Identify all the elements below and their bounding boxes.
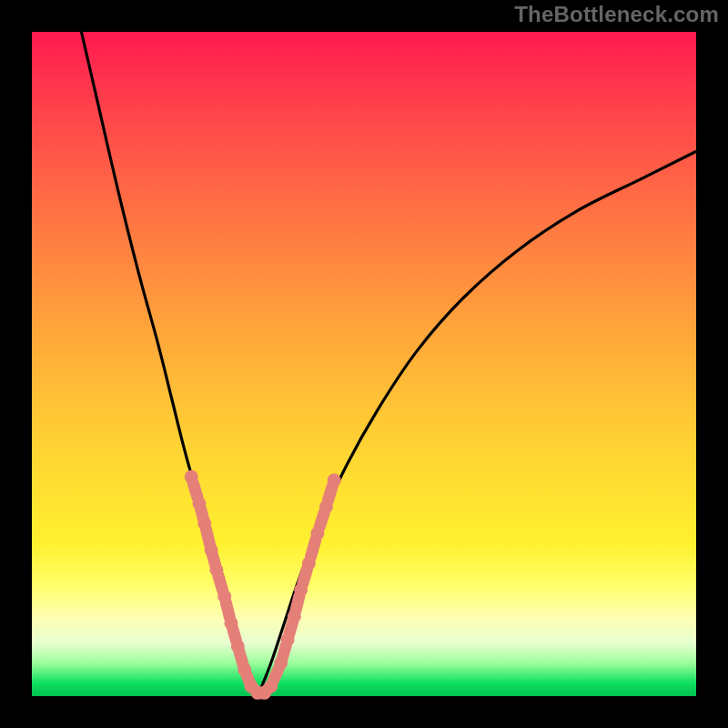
marker-dash bbox=[239, 652, 243, 664]
curve-right-branch bbox=[258, 151, 696, 696]
marker-dash bbox=[218, 576, 223, 591]
marker-dash bbox=[273, 668, 278, 681]
marker-dot bbox=[328, 473, 341, 487]
bottleneck-curve bbox=[78, 18, 696, 696]
marker-dot bbox=[209, 563, 223, 577]
marker-dash bbox=[303, 570, 308, 584]
marker-dash bbox=[296, 596, 299, 611]
marker-dot bbox=[288, 610, 301, 623]
marker-dash bbox=[193, 483, 197, 498]
marker-dash bbox=[233, 628, 237, 641]
marker-dot bbox=[302, 557, 316, 571]
marker-dot bbox=[231, 640, 245, 653]
marker-dot bbox=[294, 583, 308, 597]
marker-dash bbox=[226, 602, 229, 617]
marker-dot bbox=[238, 662, 251, 676]
marker-dash bbox=[282, 645, 286, 658]
marker-dot bbox=[197, 517, 211, 531]
attribution-watermark: TheBottleneck.com bbox=[514, 2, 719, 27]
marker-dash bbox=[206, 530, 209, 544]
marker-dot bbox=[185, 470, 198, 484]
marker-points bbox=[185, 470, 341, 700]
chart-frame: TheBottleneck.com bbox=[0, 0, 728, 728]
marker-dot bbox=[310, 527, 324, 541]
marker-dash bbox=[289, 622, 293, 634]
marker-dot bbox=[264, 680, 278, 693]
marker-dot bbox=[274, 656, 288, 670]
chart-overlay bbox=[0, 0, 728, 728]
marker-dash bbox=[328, 486, 332, 500]
marker-dash bbox=[319, 513, 324, 528]
marker-dot bbox=[281, 632, 295, 646]
marker-dot bbox=[192, 497, 206, 511]
marker-dot bbox=[205, 543, 218, 557]
marker-dot bbox=[217, 590, 231, 603]
marker-dot bbox=[319, 500, 333, 513]
marker-dash bbox=[311, 541, 316, 557]
marker-dot bbox=[225, 616, 238, 630]
